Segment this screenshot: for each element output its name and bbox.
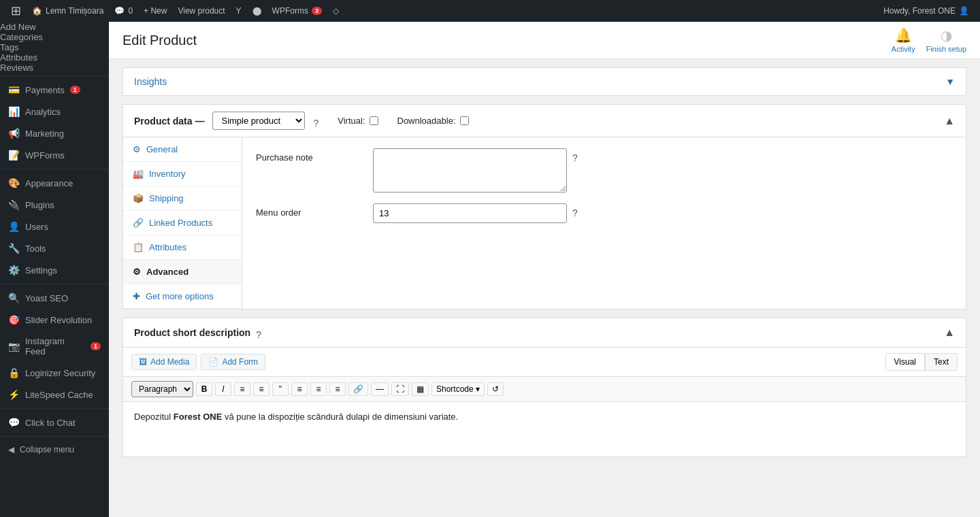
sidebar-item-label: Appearance: [25, 178, 73, 188]
refresh-button[interactable]: ↺: [487, 382, 504, 396]
sidebar-item-instagram-feed[interactable]: 📷 Instagram Feed 1: [0, 331, 109, 362]
finish-setup-button[interactable]: ◑ Finish setup: [926, 27, 966, 53]
tab-get-more-options[interactable]: ✚ Get more options: [123, 284, 242, 309]
sidebar-item-plugins[interactable]: 🔌 Plugins: [0, 194, 109, 216]
menu-order-help-icon[interactable]: ?: [572, 207, 578, 218]
short-description-help-icon[interactable]: ?: [256, 329, 261, 340]
align-right-button[interactable]: ≡: [329, 382, 346, 396]
sidebar-item-loginizer-security[interactable]: 🔒 Loginizer Security: [0, 362, 109, 384]
ordered-list-button[interactable]: ≡: [253, 382, 270, 396]
new-label: + New: [144, 6, 167, 16]
wpforms-badge: 3: [312, 7, 322, 15]
comments-count: 0: [128, 6, 133, 16]
tab-advanced[interactable]: ⚙ Advanced: [123, 260, 242, 284]
purchase-note-input[interactable]: [373, 148, 567, 193]
visual-mode-button[interactable]: Visual: [885, 353, 925, 371]
insights-section[interactable]: Insights ▼: [122, 67, 966, 96]
tab-label: Inventory: [149, 169, 185, 179]
italic-button[interactable]: I: [215, 382, 231, 396]
collapse-menu-button[interactable]: ◀ Collapse menu: [0, 439, 109, 460]
howdy-label: Howdy, Forest ONE: [883, 6, 956, 16]
sidebar-item-yoast-seo[interactable]: 🔍 Yoast SEO: [0, 287, 109, 309]
sidebar-item-litespeed-cache[interactable]: ⚡ LiteSpeed Cache: [0, 384, 109, 405]
downloadable-label: Downloadable:: [397, 116, 456, 126]
sidebar-item-settings[interactable]: ⚙️ Settings: [0, 259, 109, 281]
product-data-content: Purchase note ? Menu order ?: [242, 137, 966, 309]
add-media-button[interactable]: 🖼 Add Media: [131, 354, 197, 370]
tab-attributes[interactable]: 📋 Attributes: [123, 235, 242, 260]
add-media-icon: 🖼: [139, 357, 147, 367]
blockquote-button[interactable]: ": [272, 382, 289, 396]
general-icon: ⚙: [133, 144, 141, 154]
bold-button[interactable]: B: [196, 382, 212, 396]
sidebar-item-label: LiteSpeed Cache: [25, 390, 93, 400]
wpforms-link[interactable]: WPForms 3: [267, 0, 327, 22]
menu-order-input[interactable]: [373, 203, 567, 223]
comments-link[interactable]: 💬 0: [109, 0, 138, 22]
sidebar-item-users[interactable]: 👤 Users: [0, 216, 109, 237]
downloadable-checkbox[interactable]: [460, 116, 469, 125]
fullscreen-button[interactable]: ⛶: [391, 382, 409, 396]
circle-icon[interactable]: ⬤: [247, 0, 267, 22]
tab-general[interactable]: ⚙ General: [123, 137, 242, 162]
unordered-list-button[interactable]: ≡: [234, 382, 250, 396]
product-type-select[interactable]: Simple productVariable productGrouped pr…: [212, 112, 305, 130]
add-form-button[interactable]: 📄 Add Form: [201, 354, 265, 370]
yoast-icon[interactable]: Y: [231, 0, 247, 22]
purchase-note-row: Purchase note ?: [256, 148, 952, 193]
diamond-icon[interactable]: ◇: [327, 0, 344, 22]
main-header: Edit Product 🔔 Activity ◑ Finish setup: [109, 22, 980, 59]
shortcode-button[interactable]: Shortcode ▾: [431, 382, 485, 396]
sidebar-item-wpforms[interactable]: 📝 WPForms: [0, 144, 109, 166]
sidebar-item-appearance[interactable]: 🎨 Appearance: [0, 172, 109, 194]
purchase-note-help-icon[interactable]: ?: [572, 152, 578, 163]
product-data-collapse-button[interactable]: ▲: [944, 115, 955, 127]
attributes-icon: 📋: [133, 242, 144, 252]
align-left-button[interactable]: ≡: [291, 382, 308, 396]
short-description-header: Product short description ? ▲: [123, 318, 966, 348]
sidebar-item-label: Users: [25, 222, 48, 232]
new-button[interactable]: + New: [138, 0, 172, 22]
text-mode-button[interactable]: Text: [925, 353, 958, 371]
instagram-icon: 📷: [8, 341, 20, 352]
virtual-checkbox[interactable]: [370, 116, 378, 125]
bold-text: Forest ONE: [174, 412, 223, 422]
table-button[interactable]: ▦: [412, 382, 429, 396]
link-button[interactable]: 🔗: [348, 382, 368, 396]
editor-content[interactable]: Depozitul Forest ONE vă pune la dispoziț…: [123, 402, 966, 456]
sidebar-item-payments[interactable]: 💳 Payments 1: [0, 79, 109, 101]
sidebar-item-tags[interactable]: Tags: [0, 42, 109, 52]
tab-inventory[interactable]: 🏭 Inventory: [123, 162, 242, 186]
short-description-collapse-button[interactable]: ▲: [944, 327, 955, 339]
sidebar-item-tools[interactable]: 🔧 Tools: [0, 237, 109, 259]
sidebar-item-categories[interactable]: Categories: [0, 32, 109, 42]
site-name-link[interactable]: 🏠 Lemn Timișoara: [27, 0, 109, 22]
advanced-icon: ⚙: [133, 267, 141, 277]
tab-shipping[interactable]: 📦 Shipping: [123, 186, 242, 211]
sidebar-item-click-to-chat[interactable]: 💬 Click to Chat: [0, 412, 109, 433]
sidebar-item-add-new[interactable]: Add New: [0, 22, 109, 32]
get-more-icon: ✚: [133, 291, 140, 301]
sidebar-item-label: Yoast SEO: [25, 293, 68, 303]
sidebar-item-slider-revolution[interactable]: 🎯 Slider Revolution: [0, 309, 109, 331]
sidebar-item-attributes[interactable]: Attributes: [0, 52, 109, 63]
view-product-link[interactable]: View product: [172, 0, 230, 22]
wp-logo-icon[interactable]: ⊞: [5, 3, 27, 18]
sidebar-item-label: Slider Revolution: [25, 315, 92, 325]
horizontal-rule-button[interactable]: —: [371, 382, 389, 396]
activity-button[interactable]: 🔔 Activity: [892, 27, 915, 53]
purchase-note-label: Purchase note: [256, 148, 365, 163]
inventory-icon: 🏭: [133, 169, 144, 179]
tools-icon: 🔧: [8, 243, 20, 254]
sidebar-item-marketing[interactable]: 📢 Marketing: [0, 122, 109, 144]
paragraph-format-select[interactable]: Paragraph Heading 1 Heading 2 Heading 3: [131, 381, 193, 397]
howdy-user[interactable]: Howdy, Forest ONE 👤: [878, 0, 975, 22]
tab-linked-products[interactable]: 🔗 Linked Products: [123, 211, 242, 235]
linked-products-icon: 🔗: [133, 218, 144, 228]
sidebar-item-reviews[interactable]: Reviews: [0, 63, 109, 73]
product-type-help-icon[interactable]: ?: [313, 118, 318, 129]
sidebar-item-analytics[interactable]: 📊 Analytics: [0, 101, 109, 122]
product-data-title: Product data —: [134, 116, 204, 127]
short-description-title: Product short description: [134, 327, 250, 338]
align-center-button[interactable]: ≡: [310, 382, 327, 396]
